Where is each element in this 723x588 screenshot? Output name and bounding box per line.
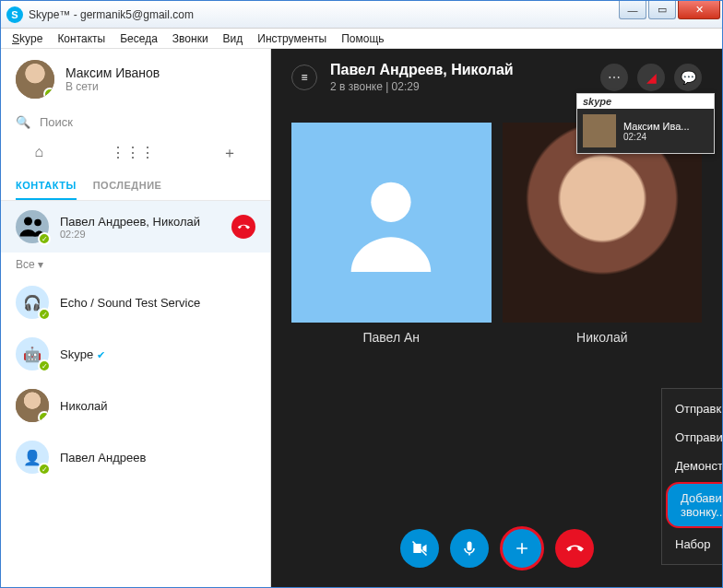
silhouette-avatar-icon: 👤 xyxy=(16,441,49,474)
window-title: Skype™ - germanik5@gmail.com xyxy=(29,8,194,21)
call-panel: ≡ Павел Андреев, Николай 2 в звонке | 02… xyxy=(271,49,722,587)
headset-avatar-icon: 🎧 xyxy=(16,286,49,319)
status-icon xyxy=(38,232,51,245)
menu-conversation[interactable]: Беседа xyxy=(114,30,163,47)
svg-rect-4 xyxy=(467,542,471,551)
self-video-thumbnail[interactable]: skype Максим Ива... 02:24 xyxy=(576,93,715,154)
contact-pavel[interactable]: 👤 Павел Андреев xyxy=(1,431,270,483)
bot-avatar-icon: 🤖 xyxy=(16,337,49,370)
titlebar: S Skype™ - germanik5@gmail.com — ▭ ✕ xyxy=(1,1,722,29)
add-icon[interactable]: ＋ xyxy=(222,144,237,163)
participants-list-icon[interactable]: ≡ xyxy=(291,65,317,90)
signal-strength-icon[interactable]: ◢ xyxy=(637,64,665,91)
contact-name: Николай xyxy=(60,399,108,413)
video-toggle-button[interactable] xyxy=(400,529,439,568)
contact-echo[interactable]: 🎧 Echo / Sound Test Service xyxy=(1,276,270,328)
svg-point-0 xyxy=(24,218,32,226)
call-control-bar xyxy=(400,526,594,570)
sidebar-tabs: КОНТАКТЫ ПОСЛЕДНИЕ xyxy=(1,172,270,201)
menu-skype[interactable]: Skype xyxy=(6,30,48,47)
status-icon xyxy=(38,411,49,422)
more-button[interactable]: ⋯ xyxy=(600,64,628,91)
home-icon[interactable]: ⌂ xyxy=(34,144,43,163)
tab-recent[interactable]: ПОСЛЕДНИЕ xyxy=(93,172,162,200)
minimize-button[interactable]: — xyxy=(619,1,646,19)
participants-grid: Павел Ан Николай xyxy=(271,106,722,587)
menu-dial[interactable]: Набор xyxy=(662,530,723,559)
contact-name: Павел Андреев xyxy=(60,451,146,465)
maximize-button[interactable]: ▭ xyxy=(648,1,676,19)
participant-name: Павел Ан xyxy=(362,330,420,345)
sidebar: Максим Иванов В сети 🔍 Поиск ⌂ ⋮⋮⋮ ＋ КОН… xyxy=(1,49,271,587)
contact-nikolay[interactable]: Николай xyxy=(1,380,270,431)
search-field[interactable]: 🔍 Поиск xyxy=(1,110,270,135)
search-icon: 🔍 xyxy=(16,115,30,129)
menu-view[interactable]: Вид xyxy=(218,30,249,47)
group-avatar-icon xyxy=(16,210,49,243)
chat-button[interactable]: 💬 xyxy=(674,64,702,91)
thumb-name: Максим Ива... xyxy=(623,121,690,132)
thumb-brand: skype xyxy=(577,94,714,109)
placeholder-avatar-icon xyxy=(291,123,492,323)
status-icon xyxy=(38,308,51,321)
active-call-time: 02:29 xyxy=(60,229,200,240)
self-name: Максим Иванов xyxy=(65,65,160,80)
status-icon xyxy=(38,463,51,476)
self-profile[interactable]: Максим Иванов В сети xyxy=(1,49,270,110)
participant-name: Николай xyxy=(576,330,627,345)
menu-send-files[interactable]: Отправка файлов... xyxy=(662,394,723,423)
hangup-button[interactable] xyxy=(555,529,594,568)
active-call-name: Павел Андреев, Николай xyxy=(60,215,200,229)
svg-point-2 xyxy=(372,182,411,222)
menu-share-screen[interactable]: Демонстрация экрана... xyxy=(662,452,723,480)
menubar: Skype Контакты Беседа Звонки Вид Инструм… xyxy=(1,29,722,49)
active-call-item[interactable]: Павел Андреев, Николай 02:29 xyxy=(1,201,270,253)
thumb-time: 02:24 xyxy=(623,132,690,142)
mini-hangup-button[interactable] xyxy=(231,215,255,239)
call-context-menu: Отправка файлов... Отправить контакты...… xyxy=(661,388,723,565)
verified-icon: ✔ xyxy=(97,349,105,360)
online-status-icon xyxy=(43,88,54,99)
dialpad-icon[interactable]: ⋮⋮⋮ xyxy=(111,144,155,163)
svg-point-1 xyxy=(34,219,41,227)
menu-tools[interactable]: Инструменты xyxy=(252,30,332,47)
menu-contacts[interactable]: Контакты xyxy=(52,30,111,47)
sidebar-icon-row: ⌂ ⋮⋮⋮ ＋ xyxy=(1,135,270,172)
skype-logo-icon: S xyxy=(6,6,23,23)
add-to-call-button[interactable] xyxy=(500,526,544,570)
call-title: Павел Андреев, Николай xyxy=(330,62,514,78)
search-placeholder: Поиск xyxy=(40,115,73,129)
contact-skype[interactable]: 🤖 Skype✔ xyxy=(1,328,270,380)
menu-calls[interactable]: Звонки xyxy=(167,30,214,47)
contact-name: Skype✔ xyxy=(60,347,105,361)
menu-add-participants[interactable]: Добавить участников к этому звонку... xyxy=(666,482,723,528)
menu-send-contacts[interactable]: Отправить контакты... xyxy=(662,423,723,452)
self-status: В сети xyxy=(65,80,160,93)
contact-filter[interactable]: Все ▾ xyxy=(1,253,270,276)
photo-avatar xyxy=(16,389,49,422)
tab-contacts[interactable]: КОНТАКТЫ xyxy=(16,172,77,200)
menu-help[interactable]: Помощь xyxy=(336,30,389,47)
status-icon xyxy=(38,359,51,372)
close-button[interactable]: ✕ xyxy=(678,1,720,19)
mic-toggle-button[interactable] xyxy=(450,529,489,568)
participant-pavel[interactable]: Павел Ан xyxy=(291,123,492,504)
thumb-avatar xyxy=(583,114,616,147)
call-subtitle: 2 в звонке | 02:29 xyxy=(330,80,514,93)
self-avatar xyxy=(16,60,54,99)
contact-name: Echo / Sound Test Service xyxy=(60,296,200,310)
window-controls: — ▭ ✕ xyxy=(619,1,720,19)
